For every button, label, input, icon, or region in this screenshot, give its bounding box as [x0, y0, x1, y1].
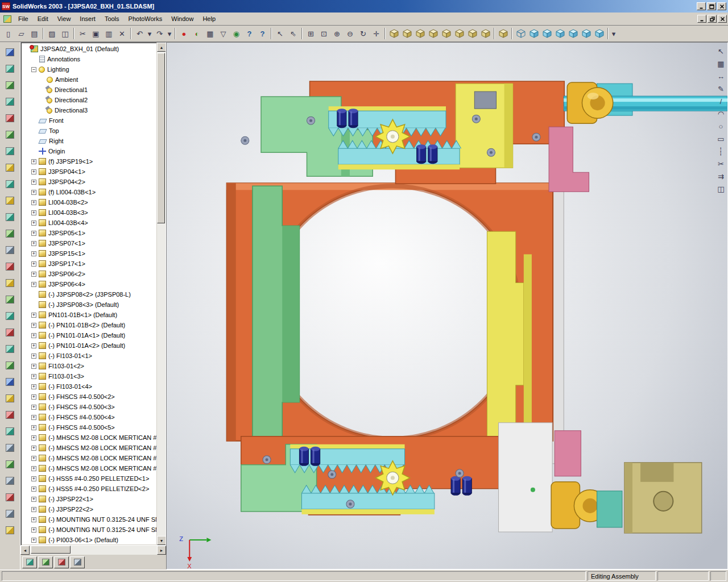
menu-file[interactable]: File: [14, 13, 33, 24]
mass-properties-button[interactable]: [3, 506, 17, 521]
expand-icon[interactable]: +: [31, 476, 36, 481]
view-front-button[interactable]: [387, 27, 400, 40]
undo-button[interactable]: ↶: [133, 27, 146, 40]
section-view-button[interactable]: [580, 27, 593, 40]
expand-icon[interactable]: +: [31, 221, 36, 226]
help-button[interactable]: ?: [243, 27, 256, 40]
tree-item[interactable]: +(-) MHSCS M2-08 LOCK MERTICAN #51: [21, 463, 156, 473]
scroll-thumb[interactable]: [157, 53, 165, 223]
delete-button[interactable]: ✕: [115, 27, 129, 40]
tree-item[interactable]: Ambient: [21, 74, 156, 85]
expand-icon[interactable]: +: [31, 282, 36, 287]
close-button[interactable]: [717, 2, 726, 10]
select-button[interactable]: ↖: [274, 27, 287, 40]
tree-item[interactable]: +(-) HSS5 #4-0.250 PELLETIZED<2>: [21, 484, 156, 494]
new-button[interactable]: ▯: [2, 27, 15, 40]
smart-fasteners-button[interactable]: [3, 177, 17, 191]
assembly-3d-view[interactable]: Z X: [167, 43, 727, 569]
edit-part-button[interactable]: [3, 45, 17, 59]
expand-icon[interactable]: +: [31, 210, 36, 215]
tree-item[interactable]: +(-) MHSCS M2-08 LOCK MERTICAN #51: [21, 453, 156, 463]
menu-window[interactable]: Window: [167, 13, 198, 24]
hide-component-button[interactable]: [3, 78, 17, 92]
cut-button[interactable]: ✂: [76, 27, 89, 40]
copy-button[interactable]: ▣: [89, 27, 102, 40]
fillet-feature-button[interactable]: [3, 408, 17, 422]
view-circle-button[interactable]: ○: [716, 122, 726, 131]
wireframe-button[interactable]: [514, 27, 527, 40]
tree-item[interactable]: Annotations: [21, 54, 156, 64]
menu-photoworks[interactable]: PhotoWorks: [124, 13, 167, 24]
menu-insert[interactable]: Insert: [75, 13, 100, 24]
tree-item[interactable]: −Lighting: [21, 64, 156, 74]
scroll-track[interactable]: [157, 52, 166, 536]
zoom-area-button[interactable]: ⊡: [317, 27, 330, 40]
tree-item[interactable]: Front: [21, 115, 156, 126]
tree-item[interactable]: +(-) FI103-01<1>: [21, 351, 156, 361]
tree-item[interactable]: Directional2: [21, 95, 156, 105]
expand-icon[interactable]: +: [31, 527, 36, 533]
zoom-out-button[interactable]: ⊖: [344, 27, 357, 40]
tree-item[interactable]: (-) J3PSP08<3> (Default): [21, 300, 156, 310]
expand-icon[interactable]: +: [31, 241, 36, 246]
toolbox-button[interactable]: [3, 276, 17, 290]
tree-item[interactable]: +(-) PI003-06<1> (Default): [21, 535, 156, 545]
view-right-button[interactable]: [427, 27, 440, 40]
expand-icon[interactable]: +: [31, 446, 36, 451]
tree-item[interactable]: +PN101-01B<1> (Default): [21, 310, 156, 320]
collapse-icon[interactable]: −: [31, 67, 36, 72]
select-filter-button[interactable]: ▦: [204, 27, 217, 40]
options-tool-button[interactable]: [3, 523, 17, 537]
tree-item[interactable]: +(-) J3PSP22<2>: [21, 504, 156, 514]
tree-horizontal-scrollbar[interactable]: ◄ ►: [20, 546, 166, 555]
bottom-pinion-gear[interactable]: [375, 461, 410, 495]
new-part-button[interactable]: [3, 243, 17, 257]
rotate-component-button[interactable]: [3, 160, 17, 174]
shell-feature-button[interactable]: [3, 424, 17, 438]
tree-item[interactable]: +(-) FHSCS #4-0.500<2>: [21, 392, 156, 402]
view-back-button[interactable]: [400, 27, 413, 40]
shaded-button[interactable]: [553, 27, 566, 40]
tree-item[interactable]: +(-) FI103-01<4>: [21, 381, 156, 392]
scroll-right-button[interactable]: ►: [157, 546, 166, 555]
redo-button[interactable]: ↷: [153, 27, 166, 40]
view-dimension-button[interactable]: ↔: [716, 72, 726, 81]
new-assembly-button[interactable]: [3, 259, 17, 273]
shadows-in-shaded-button[interactable]: [566, 27, 580, 40]
tree-item[interactable]: +J3PSP04<2>: [21, 177, 156, 187]
tree-item[interactable]: +FI103-01<2>: [21, 361, 156, 371]
perspective-button[interactable]: [593, 27, 606, 40]
view-sketch-button[interactable]: ✎: [716, 84, 726, 94]
view-line-button[interactable]: /: [716, 97, 726, 106]
expand-icon[interactable]: +: [31, 343, 36, 348]
rebuild-button[interactable]: ●: [177, 27, 191, 40]
tree-item[interactable]: +LI004-03B<3>: [21, 207, 156, 218]
tree-item[interactable]: +J3PSP06<4>: [21, 279, 156, 289]
expand-icon[interactable]: +: [31, 333, 36, 338]
open-button[interactable]: ▱: [15, 27, 28, 40]
expand-icon[interactable]: +: [31, 415, 36, 420]
expand-icon[interactable]: +: [31, 261, 36, 267]
tree-item[interactable]: +(-) FHSCS #4-0.500<4>: [21, 412, 156, 422]
view-rectangle-button[interactable]: ▭: [716, 134, 726, 144]
expand-icon[interactable]: +: [31, 251, 36, 256]
explode-line-sketch-button[interactable]: [3, 210, 17, 224]
scroll-thumb-horizontal[interactable]: [31, 546, 71, 554]
graphics-viewport[interactable]: Z X ↖▦↔✎/◠○▭┆✂⇉◫: [166, 42, 728, 569]
expand-icon[interactable]: +: [31, 425, 36, 430]
pattern-feature-button[interactable]: [3, 391, 17, 405]
menu-tools[interactable]: Tools: [100, 13, 124, 24]
mirror-feature-button[interactable]: [3, 375, 17, 389]
tree-item[interactable]: +J3PSP07<1>: [21, 238, 156, 248]
white-cover-plate[interactable]: [499, 423, 553, 532]
teal-block[interactable]: [597, 491, 622, 527]
view-trimetric-button[interactable]: [479, 27, 492, 40]
tree-item[interactable]: +(-) PN101-01A<2> (Default): [21, 340, 156, 351]
tree-item[interactable]: +J3PSP17<1>: [21, 259, 156, 269]
print-preview-button[interactable]: ◫: [59, 27, 72, 40]
expand-icon[interactable]: +: [31, 384, 36, 389]
child-minimize-button[interactable]: [697, 15, 706, 23]
tree-item[interactable]: Origin: [21, 146, 156, 156]
view-top-button[interactable]: [440, 27, 453, 40]
expand-icon[interactable]: +: [31, 200, 36, 205]
